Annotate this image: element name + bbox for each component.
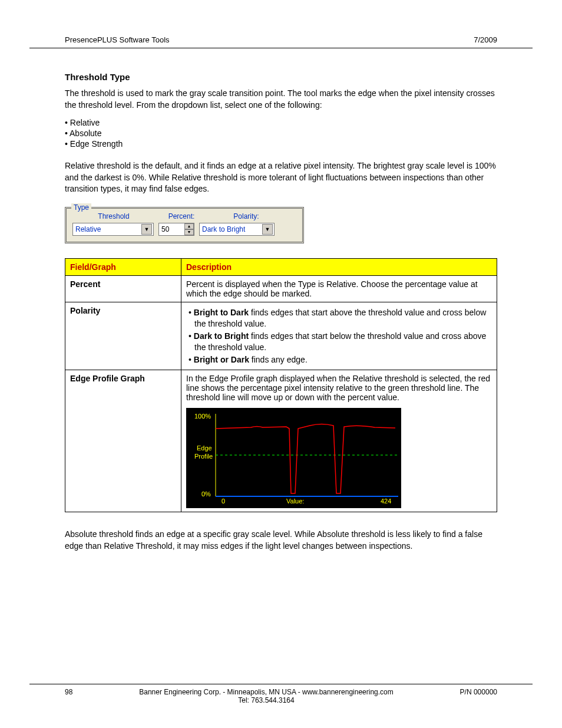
list-item: Bright or Dark finds any edge. bbox=[194, 354, 492, 365]
footer-line2: Tel: 763.544.3164 bbox=[72, 696, 459, 704]
edge-profile-graph: 100% Edge Profile 0% 0 Value: 424 bbox=[186, 408, 401, 508]
field-cell: Edge Profile Graph bbox=[65, 370, 181, 512]
page-footer: 98 Banner Engineering Corp. - Minneapoli… bbox=[29, 684, 533, 704]
spin-down-icon[interactable]: ▼ bbox=[184, 229, 194, 235]
graph-xmax: 424 bbox=[381, 498, 391, 505]
header-right: 7/2009 bbox=[474, 35, 497, 44]
table-row: Percent Percent is displayed when the Ty… bbox=[65, 275, 497, 302]
list-item: Edge Strength bbox=[65, 139, 497, 149]
list-item: Relative bbox=[65, 118, 497, 127]
section-title: Threshold Type bbox=[65, 72, 497, 82]
list-item: Absolute bbox=[65, 129, 497, 138]
footer-pn: P/N 000000 bbox=[460, 688, 497, 696]
desc-cell: In the Edge Profile graph displayed when… bbox=[181, 370, 497, 512]
field-cell: Percent bbox=[65, 275, 181, 302]
graph-value-label: Value: bbox=[286, 498, 304, 505]
label-threshold: Threshold bbox=[72, 212, 155, 220]
panel-legend: Type bbox=[71, 203, 91, 212]
header-left: PresencePLUS Software Tools bbox=[65, 35, 170, 44]
th-desc: Description bbox=[181, 258, 497, 275]
desc-cell: Percent is displayed when the Type is Re… bbox=[181, 275, 497, 302]
graph-xmin: 0 bbox=[222, 498, 225, 505]
page-header: PresencePLUS Software Tools 7/2009 bbox=[29, 35, 533, 48]
polarity-select[interactable]: Dark to Bright ▼ bbox=[199, 223, 275, 236]
graph-100pct: 100% bbox=[194, 413, 211, 420]
page-number: 98 bbox=[65, 688, 72, 696]
polarity-value: Dark to Bright bbox=[202, 225, 245, 233]
graph-edge-label: Edge bbox=[197, 444, 212, 452]
threshold-value: Relative bbox=[75, 225, 101, 233]
table-row: Edge Profile Graph In the Edge Profile g… bbox=[65, 370, 497, 512]
intro-paragraph: The threshold is used to mark the gray s… bbox=[65, 88, 497, 111]
footer-line1: Banner Engineering Corp. - Minneapolis, … bbox=[72, 688, 459, 696]
edge-profile-text: In the Edge Profile graph displayed when… bbox=[186, 374, 492, 402]
chevron-down-icon[interactable]: ▼ bbox=[141, 224, 152, 235]
threshold-select[interactable]: Relative ▼ bbox=[72, 223, 154, 236]
type-option-list: Relative Absolute Edge Strength bbox=[65, 118, 497, 149]
percent-value: 50 bbox=[161, 225, 169, 233]
percent-stepper[interactable]: 50 ▲ ▼ bbox=[158, 223, 194, 236]
description-table: Field/Graph Description Percent Percent … bbox=[65, 258, 497, 512]
graph-profile-label: Profile bbox=[194, 453, 213, 460]
desc-cell: Bright to Dark finds edges that start ab… bbox=[181, 302, 497, 370]
relative-paragraph: Relative threshold is the default, and i… bbox=[65, 160, 497, 195]
th-field: Field/Graph bbox=[65, 258, 181, 275]
graph-0pct: 0% bbox=[201, 490, 211, 498]
absolute-paragraph: Absolute threshold finds an edge at a sp… bbox=[65, 529, 497, 552]
list-item: Bright to Dark finds edges that start ab… bbox=[194, 307, 492, 330]
field-cell: Polarity bbox=[65, 302, 181, 370]
type-panel: Type Threshold Percent: Polarity: Relati… bbox=[65, 207, 304, 243]
chevron-down-icon[interactable]: ▼ bbox=[262, 224, 273, 235]
spin-up-icon[interactable]: ▲ bbox=[184, 223, 194, 229]
table-row: Polarity Bright to Dark finds edges that… bbox=[65, 302, 497, 370]
label-percent: Percent: bbox=[155, 212, 208, 220]
label-polarity: Polarity: bbox=[208, 212, 285, 220]
list-item: Dark to Bright finds edges that start be… bbox=[194, 331, 492, 353]
